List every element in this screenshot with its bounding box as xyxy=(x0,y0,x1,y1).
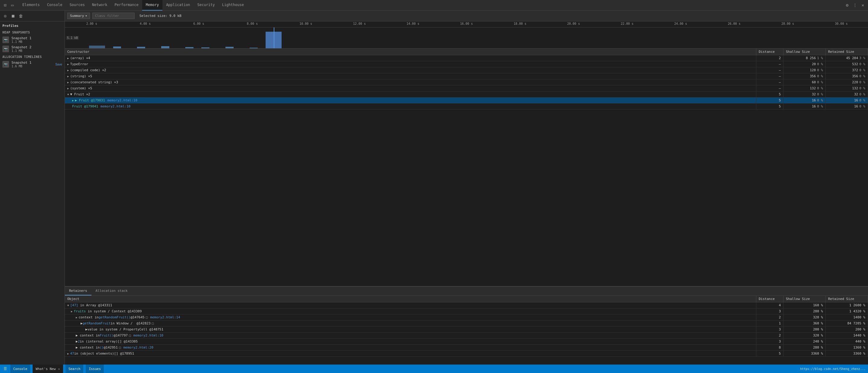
snapshot-1[interactable]: 📷 Snapshot 1 1.1 MB xyxy=(0,35,65,44)
device-icon[interactable]: ▭ xyxy=(10,2,15,8)
bottom-table-area[interactable]: Object Distance Shallow Size Retained Si… xyxy=(65,296,868,365)
retainer-row[interactable]: ▶ 47 in (object elements)[] @178951 5 33… xyxy=(65,351,868,357)
close-icon[interactable]: ✕ xyxy=(860,2,866,8)
cell-distance: – xyxy=(756,73,783,79)
settings-icon[interactable]: ⚙ xyxy=(844,2,850,8)
retainer-row[interactable]: ▶ fruits in system / Context @143309 3 2… xyxy=(65,308,868,314)
ruler-label-7: 16.00 s xyxy=(440,22,493,25)
cell-shallow: 3560 % xyxy=(783,73,826,79)
table-row[interactable]: ▶(compiled code) ×2 – 1280 % 3720 % xyxy=(65,67,868,73)
ret-cell-dist: 1 xyxy=(756,320,783,326)
retainer-row[interactable]: ▶ value in system / PropertyCell @148751… xyxy=(65,327,868,333)
tab-network[interactable]: Network xyxy=(88,0,111,10)
ret-cell-object: ▶ getRandomFruit in Window / @142823 □ xyxy=(65,320,756,326)
delete-icon[interactable]: 🗑 xyxy=(18,13,24,19)
cell-distance: 5 xyxy=(756,103,783,109)
ret-cell-shallow: 24 0 % xyxy=(783,339,826,344)
close-whats-new-icon[interactable]: ✕ xyxy=(58,367,60,371)
cell-distance: – xyxy=(756,67,783,73)
ret-cell-retained: 1 260 0 % xyxy=(826,302,868,308)
status-menu-icon[interactable]: ☰ xyxy=(2,366,8,372)
timeline-chart[interactable]: 5.1 kB xyxy=(65,28,868,49)
bottom-tabs: Retainers Allocation stack xyxy=(65,287,868,296)
table-row[interactable]: ▼▼ Fruit ×2 5 320 % 320 % xyxy=(65,91,868,97)
link-memory2-10a[interactable]: memory2.html:10 xyxy=(107,98,137,102)
ret-cell-shallow: 28 0 % xyxy=(783,345,826,350)
stop-icon[interactable]: ⏹ xyxy=(10,13,16,19)
table-row[interactable]: ▶(array) ×4 2 8 2561 % 45 2843 % xyxy=(65,55,868,61)
ret-cell-shallow: 32 0 % xyxy=(783,333,826,338)
timeline-snapshot-1[interactable]: 📷 Snapshot 1 1.6 MB Save xyxy=(0,60,65,69)
status-tab-console[interactable]: Console xyxy=(10,365,30,373)
cell-shallow: 600 % xyxy=(783,80,826,85)
class-filter-input[interactable] xyxy=(92,13,134,19)
status-tab-search[interactable]: Search xyxy=(65,365,84,373)
status-tab-issues[interactable]: Issues xyxy=(86,365,104,373)
table-row[interactable]: ▶(system) ×5 – 1320 % 1320 % xyxy=(65,85,868,91)
link-memory2-10b[interactable]: memory2.html:10 xyxy=(100,104,130,108)
snapshot-2[interactable]: 📷 Snapshot 2 1.1 MB xyxy=(0,44,65,54)
link-mem-14[interactable]: memory2.html:14 xyxy=(150,315,180,319)
record-icon[interactable]: ⏺ xyxy=(2,13,8,19)
retainer-row[interactable]: ▶ context in Fruit() @147797 □ memory2.h… xyxy=(65,333,868,339)
link-mem-20[interactable]: memory2.html:20 xyxy=(123,345,153,349)
cell-shallow: 1280 % xyxy=(783,67,826,73)
tab-application[interactable]: Application xyxy=(162,0,193,10)
ret-cell-retained: 336 0 % xyxy=(826,351,868,356)
table-row-selected[interactable]: ▶ ▶ Fruit @179031 memory2.html:10 5 160 … xyxy=(65,97,868,103)
more-icon[interactable]: ⋮ xyxy=(852,2,858,8)
retainer-row[interactable]: ▶ getRandomFruit in Window / @142823 □ 1… xyxy=(65,320,868,327)
tab-sources[interactable]: Sources xyxy=(66,0,88,10)
allocation-timelines-title: ALLOCATION TIMELINES xyxy=(0,54,65,60)
ret-cell-object: ▶ context in () @142951 □ memory2.html:2… xyxy=(65,345,756,350)
cell-distance: – xyxy=(756,61,783,67)
ret-cell-shallow: 32 0 % xyxy=(783,314,826,320)
link-mem-10c[interactable]: memory2.html:10 xyxy=(133,334,163,337)
cell-retained: 5320 % xyxy=(826,61,868,67)
tab-retainers[interactable]: Retainers xyxy=(65,287,91,296)
cell-constructor: ▶TypeError xyxy=(65,61,756,67)
timeline-area[interactable]: 2.00 s 4.00 s 6.00 s 8.00 s 10.00 s 12.0… xyxy=(65,22,868,49)
cell-shallow: 200 % xyxy=(783,61,826,67)
col-distance: Distance xyxy=(756,296,783,302)
tab-console[interactable]: Console xyxy=(43,0,66,10)
ruler-label-11: 24.00 s xyxy=(654,22,707,25)
retainer-row[interactable]: ▼ [47] in Array @143311 4 16 0 % 1 260 0… xyxy=(65,302,868,308)
ret-cell-retained: 136 0 % xyxy=(826,345,868,350)
table-row[interactable]: ▶(string) ×5 – 3560 % 3560 % xyxy=(65,73,868,80)
tab-memory[interactable]: Memory xyxy=(142,0,162,10)
cell-constructor: ▼▼ Fruit ×2 xyxy=(65,91,756,97)
save-button[interactable]: Save xyxy=(55,63,62,66)
col-object: Object xyxy=(65,296,756,302)
col-distance: Distance xyxy=(756,49,783,55)
tab-elements[interactable]: Elements xyxy=(19,0,43,10)
main-table-area[interactable]: Constructor Distance Shallow Size Retain… xyxy=(65,49,868,286)
summary-dropdown[interactable]: Summary ▾ xyxy=(67,13,90,19)
tab-performance[interactable]: Performance xyxy=(111,0,142,10)
inspect-icon[interactable]: ⊡ xyxy=(2,2,8,8)
ruler-label-1: 4.00 s xyxy=(118,22,172,25)
ret-cell-dist: 2 xyxy=(756,333,783,338)
profiles-title: Profiles xyxy=(0,22,65,29)
ret-cell-object: ▶ context in Fruit() @147797 □ memory2.h… xyxy=(65,333,756,338)
ret-cell-shallow: 16 0 % xyxy=(783,302,826,308)
timeline-5kb-label: 5.1 kB xyxy=(66,36,79,40)
devtools-icons: ⊡ ▭ xyxy=(2,2,15,8)
tab-lighthouse[interactable]: Lighthouse xyxy=(218,0,247,10)
ret-cell-dist: 3 xyxy=(756,308,783,314)
ret-cell-shallow: 36 0 % xyxy=(783,320,826,326)
retainer-row[interactable]: ▶ context in getRandomFruit() @147645 □ … xyxy=(65,314,868,320)
tab-security[interactable]: Security xyxy=(194,0,218,10)
col-shallow: Shallow Size xyxy=(783,296,826,302)
retainer-row[interactable]: ▶ context in () @142951 □ memory2.html:2… xyxy=(65,345,868,351)
cell-constructor: ▶(string) ×5 xyxy=(65,73,756,79)
ret-cell-object: ▶ value in system / PropertyCell @148751 xyxy=(65,327,756,332)
tab-allocation-stack[interactable]: Allocation stack xyxy=(91,287,132,296)
ruler-label-13: 28.00 s xyxy=(761,22,814,25)
ruler-label-3: 8.00 s xyxy=(225,22,279,25)
retainer-row[interactable]: ▶ 2 in (internal array)[] @143305 3 24 0… xyxy=(65,339,868,345)
table-row[interactable]: ▶TypeError – 200 % 5320 % xyxy=(65,61,868,67)
table-row[interactable]: Fruit @179041 memory2.html:10 5 160 % 16… xyxy=(65,103,868,110)
table-row[interactable]: ▶(concatenated string) ×3 – 600 % 2200 % xyxy=(65,80,868,85)
status-tab-whats-new[interactable]: What's New ✕ xyxy=(33,365,63,373)
